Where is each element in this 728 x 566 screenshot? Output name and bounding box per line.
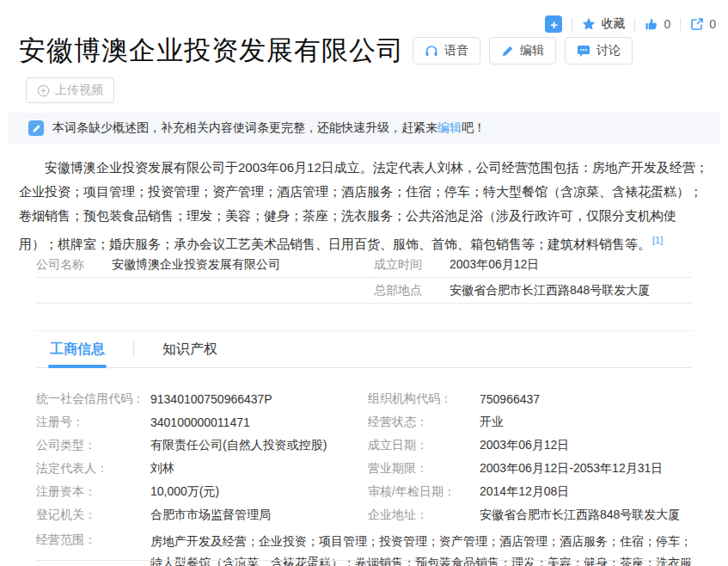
top-action-bar: + 收藏 0 0 bbox=[545, 15, 716, 33]
divider bbox=[680, 18, 681, 31]
table-row: 经营状态：开业 bbox=[368, 410, 692, 434]
section-tabbar: 工商信息 知识产权 bbox=[36, 330, 692, 368]
edit-label: 编辑 bbox=[520, 43, 544, 58]
entry-summary: 安徽博澳企业投资发展有限公司于2003年06月12日成立。法定代表人刘林，公司经… bbox=[19, 156, 713, 256]
tab-business-info[interactable]: 工商信息 bbox=[36, 331, 119, 367]
table-row: 注册号：340100000011471 bbox=[36, 410, 368, 434]
table-row: 注册资本：10,000万(元) bbox=[36, 480, 368, 503]
field-label: 企业地址： bbox=[368, 508, 480, 523]
field-label: 经营状态： bbox=[368, 415, 480, 430]
field-label: 统一社会信用代码： bbox=[36, 391, 150, 407]
share-count: 0 bbox=[709, 17, 716, 31]
upload-video-button[interactable]: 上传视频 bbox=[26, 77, 114, 103]
field-value: 750966437 bbox=[480, 392, 540, 406]
circle-plus-icon bbox=[37, 84, 50, 97]
field-value: 2003年06月12日 bbox=[480, 438, 569, 453]
field-label: 注册号： bbox=[36, 415, 150, 430]
page-title: 安徽博澳企业投资发展有限公司 bbox=[19, 33, 404, 69]
field-value: 安徽省合肥市长江西路848号联发大厦 bbox=[480, 508, 680, 523]
basic-info-item-headquarters: 总部地点 安徽省合肥市长江西路848号联发大厦 bbox=[374, 278, 692, 304]
tab-divider bbox=[133, 341, 134, 357]
table-row: 公司类型：有限责任公司(自然人投资或控股) bbox=[36, 434, 368, 457]
field-value: 有限责任公司(自然人投资或控股) bbox=[150, 438, 327, 453]
voice-label: 语音 bbox=[444, 43, 468, 58]
basic-info-item-founded: 成立时间 2003年06月12日 bbox=[374, 252, 692, 278]
field-label: 成立时间 bbox=[374, 257, 450, 273]
field-value: 10,000万(元) bbox=[150, 484, 219, 500]
field-value: 安徽博澳企业投资发展有限公司 bbox=[112, 257, 280, 273]
table-row: 登记机关：合肥市市场监督管理局 bbox=[36, 503, 368, 526]
field-value: 340100000011471 bbox=[150, 415, 250, 429]
favorite-label: 收藏 bbox=[601, 16, 625, 32]
edit-pencil-icon bbox=[28, 120, 44, 136]
headphones-icon bbox=[425, 44, 438, 58]
field-label: 公司类型： bbox=[36, 438, 150, 453]
share-button[interactable]: 0 bbox=[690, 17, 716, 31]
business-info-left-column: 统一社会信用代码：91340100750966437P 注册号：34010000… bbox=[36, 387, 368, 526]
notice-bar: 本词条缺少概述图，补充相关内容使词条更完整，还能快速升级，赶紧来编辑吧！ bbox=[9, 113, 719, 144]
table-row: 成立日期：2003年06月12日 bbox=[368, 434, 692, 457]
reference-link[interactable]: [1] bbox=[652, 235, 663, 245]
discuss-label: 讨论 bbox=[596, 43, 621, 58]
bottom-divider bbox=[36, 560, 692, 561]
field-label: 注册资本： bbox=[36, 484, 150, 500]
voice-button[interactable]: 语音 bbox=[413, 37, 480, 65]
table-row: 企业地址：安徽省合肥市长江西路848号联发大厦 bbox=[368, 503, 692, 526]
upload-video-label: 上传视频 bbox=[55, 83, 103, 98]
notice-edit-link[interactable]: 编辑 bbox=[437, 120, 462, 134]
title-row: 安徽博澳企业投资发展有限公司 语音 编辑 讨论 bbox=[19, 33, 633, 69]
table-row: 组织机构代码：750966437 bbox=[368, 387, 692, 410]
field-value: 开业 bbox=[480, 415, 504, 430]
edit-button[interactable]: 编辑 bbox=[489, 37, 556, 65]
discuss-button[interactable]: 讨论 bbox=[565, 37, 633, 65]
field-value: 安徽省合肥市长江西路848号联发大厦 bbox=[450, 283, 650, 298]
basic-info-item-company-name: 公司名称 安徽博澳企业投资发展有限公司 bbox=[36, 252, 374, 278]
divider bbox=[634, 18, 635, 31]
add-to-icon[interactable]: + bbox=[545, 15, 562, 33]
basic-info-item-empty bbox=[36, 278, 374, 304]
like-count: 0 bbox=[664, 17, 670, 31]
field-value: 2014年12月08日 bbox=[480, 484, 569, 500]
like-button[interactable]: 0 bbox=[645, 17, 670, 31]
field-label: 法定代表人： bbox=[36, 461, 150, 477]
business-info-right-column: 组织机构代码：750966437 经营状态：开业 成立日期：2003年06月12… bbox=[368, 387, 692, 526]
star-icon bbox=[582, 17, 596, 31]
table-row: 法定代表人：刘林 bbox=[36, 457, 368, 480]
field-value: 91340100750966437P bbox=[150, 392, 272, 406]
table-row: 统一社会信用代码：91340100750966437P bbox=[36, 387, 368, 410]
notice-text: 本词条缺少概述图，补充相关内容使词条更完整，还能快速升级，赶紧来编辑吧！ bbox=[52, 120, 486, 136]
divider bbox=[572, 18, 572, 31]
field-label: 营业期限： bbox=[368, 461, 480, 477]
table-row: 营业期限：2003年06月12日-2053年12月31日 bbox=[368, 457, 692, 480]
basic-info-box: 公司名称 安徽博澳企业投资发展有限公司 成立时间 2003年06月12日 总部地… bbox=[36, 252, 692, 304]
field-value: 合肥市市场监督管理局 bbox=[150, 508, 271, 523]
share-icon bbox=[690, 17, 704, 31]
pencil-icon bbox=[501, 45, 514, 58]
table-row: 审核/年检日期：2014年12月08日 bbox=[368, 480, 692, 503]
field-value: 2003年06月12日-2053年12月31日 bbox=[480, 461, 663, 477]
chat-icon bbox=[577, 44, 590, 58]
field-label: 总部地点 bbox=[374, 283, 450, 298]
business-info-table: 统一社会信用代码：91340100750966437P 注册号：34010000… bbox=[36, 387, 692, 566]
field-label: 公司名称 bbox=[36, 257, 112, 273]
field-label: 成立日期： bbox=[368, 438, 480, 453]
favorite-button[interactable]: 收藏 bbox=[582, 16, 625, 32]
thumbs-up-icon bbox=[645, 17, 658, 31]
field-value: 2003年06月12日 bbox=[450, 257, 539, 273]
field-label: 组织机构代码： bbox=[368, 391, 480, 407]
field-label: 审核/年检日期： bbox=[368, 484, 480, 500]
tab-intellectual-property[interactable]: 知识产权 bbox=[149, 331, 231, 367]
field-value: 刘林 bbox=[150, 461, 174, 477]
field-label: 登记机关： bbox=[36, 508, 150, 523]
baike-entry-page: + 收藏 0 0 安徽博澳企业投资发展有限公司 语音 编辑 讨论 bbox=[0, 0, 728, 566]
